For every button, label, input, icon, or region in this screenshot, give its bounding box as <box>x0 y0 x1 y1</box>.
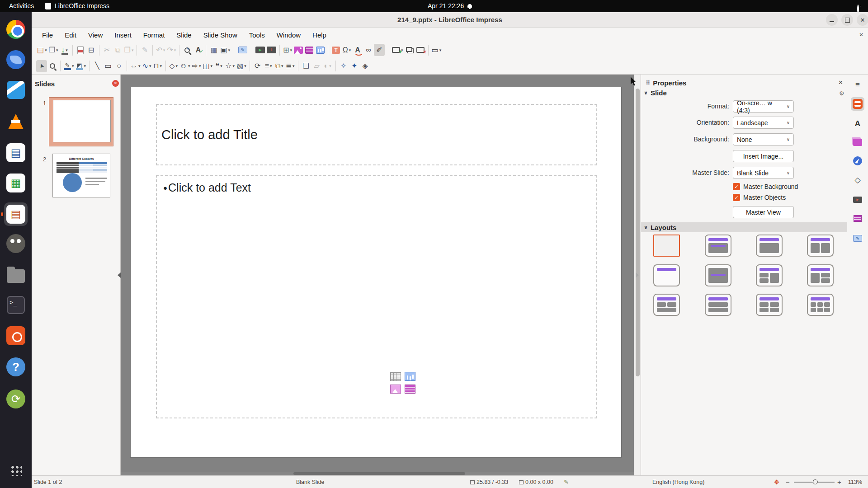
panel-drag-handle-icon[interactable]: ⠿ <box>646 80 650 86</box>
display-grid-button[interactable]: ▦ <box>208 44 219 56</box>
insert-line-button[interactable]: ╲ <box>92 60 103 72</box>
new-slide-button[interactable]: +▾ <box>391 44 404 56</box>
zoom-pan-button[interactable] <box>47 60 58 72</box>
slide-canvas[interactable]: Click to add Title ●Click to add Text <box>130 87 622 458</box>
symbol-shapes-button[interactable]: ☺▾ <box>179 60 191 72</box>
menu-tools[interactable]: Tools <box>244 29 270 41</box>
layout-title-two-content[interactable] <box>807 235 834 257</box>
export-pdf-button[interactable] <box>75 44 86 56</box>
slide-layout-button[interactable]: ▭▾ <box>431 44 443 56</box>
zoom-level[interactable]: 113% <box>848 476 862 488</box>
insert-image-panel-button[interactable]: Insert Image... <box>733 150 794 162</box>
spelling-button[interactable]: A✓ <box>193 44 203 56</box>
ellipse-button[interactable]: ○ <box>113 60 124 72</box>
flowchart-button[interactable]: ◫▾ <box>202 60 213 72</box>
panel-splitter-handle-left[interactable] <box>118 272 121 278</box>
power-icon[interactable] <box>857 3 859 9</box>
show-glue-points-button[interactable]: ◈ <box>360 60 371 72</box>
stars-button[interactable]: ☆▾ <box>224 60 236 72</box>
activities-button[interactable]: Activities <box>9 0 34 12</box>
master-background-checkbox[interactable]: ✓Master Background <box>733 183 798 190</box>
layout-title-six-content[interactable] <box>807 294 834 316</box>
edit-mode-button[interactable]: ✎ <box>237 44 248 56</box>
dock-software-updater[interactable]: ⟳ <box>4 387 28 411</box>
background-dropdown[interactable]: None∨ <box>733 133 794 145</box>
tab-styles[interactable]: A <box>851 117 864 131</box>
layout-title-four-content[interactable] <box>756 294 783 316</box>
insert-image-placeholder-icon[interactable] <box>390 385 401 394</box>
close-button[interactable]: ✕ <box>857 14 868 26</box>
vertical-scrollbar-thumb[interactable] <box>636 89 640 376</box>
dock-libreoffice-writer[interactable]: ▤ <box>4 141 28 164</box>
menu-format[interactable]: Format <box>138 29 170 41</box>
dock-ubuntu-software[interactable] <box>4 324 28 347</box>
select-tool-button[interactable]: ➤ <box>36 60 47 72</box>
new-presentation-button[interactable]: ▤▾ <box>36 44 48 56</box>
dock-libreoffice-calc[interactable]: ▦ <box>4 171 28 195</box>
dock-thunderbird[interactable] <box>4 48 28 71</box>
duplicate-slide-button[interactable] <box>404 44 415 56</box>
tab-slide-transition[interactable]: ▶ <box>851 193 864 206</box>
open-file-button[interactable]: ❒▾ <box>48 44 59 56</box>
zoom-slider-handle[interactable] <box>813 479 818 484</box>
callouts-button[interactable]: ❝▾ <box>213 60 224 72</box>
insert-media-button[interactable] <box>304 44 315 56</box>
menu-slide-show[interactable]: Slide Show <box>198 29 242 41</box>
tab-master-slides[interactable]: ✎ <box>851 231 864 245</box>
find-replace-button[interactable]: ✎ <box>182 44 193 56</box>
basic-shapes-button[interactable]: ◇▾ <box>168 60 179 72</box>
insert-text-box-button[interactable]: T <box>330 44 341 56</box>
layout-title-only[interactable] <box>653 264 680 286</box>
align-objects-button[interactable]: ≡▾ <box>263 60 274 72</box>
focused-app-menu[interactable]: LibreOffice Impress <box>45 0 109 12</box>
menu-edit[interactable]: Edit <box>60 29 81 41</box>
tab-gallery[interactable] <box>851 136 864 149</box>
tab-navigator[interactable] <box>851 154 864 168</box>
insert-hyperlink-button[interactable]: ∞ <box>363 44 374 56</box>
layout-title-two-content-over-content[interactable] <box>653 294 680 316</box>
dock-libreoffice-impress-active[interactable]: ▤ <box>4 202 28 226</box>
glue-points-button[interactable]: ✦ <box>349 60 360 72</box>
layouts-section-header[interactable]: ∨Layouts <box>641 222 848 232</box>
slide-thumbnail-2[interactable]: Different Cookers <box>52 154 110 197</box>
clock[interactable]: Apr 21 22:26 <box>428 0 472 12</box>
menu-slide[interactable]: Slide <box>171 29 196 41</box>
fit-slide-button[interactable]: ✥ <box>774 476 779 488</box>
slide-section-more-options[interactable]: ⚙ <box>839 90 844 97</box>
format-dropdown[interactable]: On-scre… w (4:3)∨ <box>733 100 794 113</box>
edit-points-button[interactable]: ✧ <box>338 60 349 72</box>
title-placeholder[interactable]: Click to add Title <box>156 104 597 165</box>
lines-and-arrows-button[interactable]: ⇔▾ <box>129 60 142 72</box>
layout-title-slide[interactable] <box>705 235 731 257</box>
delete-slide-button[interactable]: ✕ <box>415 44 426 56</box>
dock-terminal[interactable]: >_ <box>4 293 28 317</box>
maximize-button[interactable] <box>841 14 853 26</box>
layout-title-content-and-two-content[interactable] <box>807 264 834 286</box>
insert-chart-button[interactable] <box>315 44 326 56</box>
tab-properties[interactable] <box>851 97 864 111</box>
snap-guides-button[interactable]: ▣▾ <box>219 44 231 56</box>
master-slide-dropdown[interactable]: Blank Slide∨ <box>733 167 794 179</box>
slide-thumbnail-1-selected[interactable] <box>49 97 113 146</box>
slides-panel-close-button[interactable]: ✕ <box>112 80 119 87</box>
dock-chrome[interactable] <box>4 18 28 41</box>
show-draw-functions-button[interactable]: ✐ <box>374 44 385 56</box>
arrange-button[interactable]: ⧉▾ <box>274 60 285 72</box>
sidebar-settings-button[interactable]: ≡ <box>851 78 864 92</box>
menu-help[interactable]: Help <box>307 29 331 41</box>
dock-vlc[interactable] <box>4 110 28 133</box>
insert-media-placeholder-icon[interactable] <box>405 385 415 394</box>
block-arrows-button[interactable]: ⇨▾ <box>191 60 202 72</box>
window-titlebar[interactable]: 214_9.pptx - LibreOffice Impress ✕ <box>32 12 868 28</box>
text-placeholder[interactable]: ●Click to add Text <box>156 175 597 418</box>
start-from-first-slide-button[interactable]: ▶ <box>255 44 266 56</box>
line-color-button[interactable]: ✎▾ <box>63 60 75 72</box>
menu-file[interactable]: File <box>37 29 58 41</box>
save-button[interactable]: ↓▾ <box>59 44 70 56</box>
panel-splitter-handle-right[interactable] <box>636 272 639 278</box>
layout-centered-text[interactable] <box>705 264 731 286</box>
horizontal-scrollbar-thumb[interactable] <box>293 472 465 475</box>
print-button[interactable]: ⊟ <box>86 44 97 56</box>
insert-chart-placeholder-icon[interactable] <box>405 372 415 381</box>
dock-help[interactable]: ? <box>4 355 28 379</box>
